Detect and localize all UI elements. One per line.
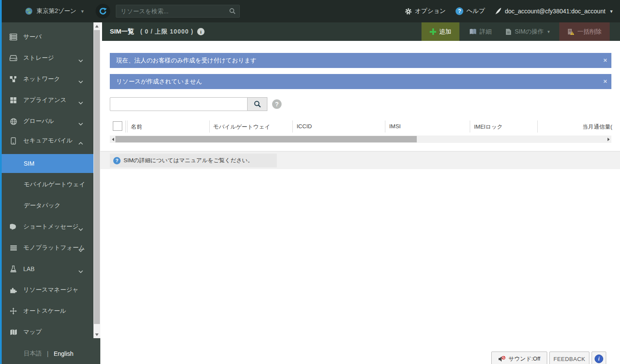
column-header-imei-lock[interactable]: IMEIロック <box>474 123 503 131</box>
account-menu[interactable]: doc_account@cfy38041:doc_account ▼ <box>495 7 614 15</box>
sidebar-item-secure-mobile[interactable]: セキュアモバイル <box>2 131 93 150</box>
bulk-delete-button[interactable]: 一括削除 <box>559 22 610 41</box>
chevron-down-icon <box>78 120 83 127</box>
chevron-down-icon <box>78 99 83 106</box>
filter-input[interactable] <box>110 97 248 111</box>
page-info-button[interactable]: i <box>592 352 606 364</box>
chevron-down-icon <box>78 225 83 232</box>
sound-toggle-button[interactable]: サウンド:Off <box>491 352 547 364</box>
table-header: 名前 モバイルゲートウェイ ICCID IMSI IMEIロック 当月通信量( <box>102 118 620 135</box>
manual-hint: ? SIMの詳細についてはマニュアルをご覧ください。 <box>110 154 277 167</box>
column-header-name[interactable]: 名前 <box>131 123 142 131</box>
main-content: SIM一覧 ( 0 / 上限 10000 ) i 追加 詳細 SIMの操作 ▼ … <box>100 22 620 364</box>
question-icon: ? <box>113 157 121 164</box>
zone-caret-icon: ▼ <box>80 9 84 14</box>
scroll-left-button[interactable] <box>110 136 116 143</box>
options-button[interactable]: オプション <box>405 7 446 15</box>
sidebar-item-autoscale[interactable]: オートスケール <box>2 302 93 321</box>
sidebar-item-short-message[interactable]: ショートメッセージ <box>2 217 93 236</box>
add-button-label: 追加 <box>439 28 451 36</box>
speech-bubble-icon <box>9 224 17 230</box>
language-en-link[interactable]: English <box>54 350 74 357</box>
horizontal-scrollbar[interactable] <box>110 136 611 143</box>
sidebar-item-storage[interactable]: ストレージ <box>2 49 93 68</box>
search-icon <box>254 100 261 108</box>
sidebar-item-resource-manager[interactable]: リソースマネージャ <box>2 281 93 299</box>
feather-icon <box>495 7 502 15</box>
feedback-label: FEEDBACK <box>553 356 585 362</box>
scrollbar-thumb[interactable] <box>115 136 417 142</box>
chevron-up-icon <box>78 139 83 146</box>
info-band: ? SIMの詳細についてはマニュアルをご覧ください。 <box>100 151 620 169</box>
puzzle-icon <box>9 287 17 293</box>
top-bar: 東京第2ゾーン ▼ オプション ? ヘルプ <box>0 0 620 22</box>
chevron-down-icon: ▼ <box>547 30 551 34</box>
sidebar-item-label: セキュアモバイル <box>23 137 73 145</box>
account-label: doc_account@cfy38041:doc_account <box>505 8 605 15</box>
feedback-button[interactable]: FEEDBACK <box>549 352 589 364</box>
sidebar-nav: サーバ ストレージ ネットワーク アプライアンス グローバル セキュアモバイル <box>0 22 100 364</box>
sidebar-item-server[interactable]: サーバ <box>2 28 93 46</box>
sim-operations-button[interactable]: SIMの操作 ▼ <box>499 22 557 41</box>
sidebar-subitem-data-pack[interactable]: データパック <box>2 196 93 215</box>
detail-button-label: 詳細 <box>480 28 492 36</box>
sidebar-subitem-mobile-gateway[interactable]: モバイルゲートウェイ <box>2 175 93 194</box>
divider <box>385 120 385 133</box>
add-button[interactable]: 追加 <box>422 22 459 41</box>
topbar-right-group: オプション ? ヘルプ doc_account@cfy38041:doc_acc… <box>399 7 614 15</box>
book-icon <box>469 28 477 35</box>
search-icon <box>229 8 236 15</box>
sidebar-item-label: ネットワーク <box>23 75 60 83</box>
sidebar-item-global[interactable]: グローバル <box>2 112 93 131</box>
resource-search-input[interactable] <box>116 5 240 18</box>
sidebar-item-network[interactable]: ネットワーク <box>2 70 93 89</box>
sidebar-item-mono-platform[interactable]: モノプラットフォーム <box>2 238 93 257</box>
divider <box>470 120 470 133</box>
detail-button[interactable]: 詳細 <box>462 22 499 41</box>
close-icon[interactable]: × <box>603 56 607 64</box>
sidebar-item-map[interactable]: マップ <box>2 323 93 342</box>
notice-corporate-only: 現在、法人のお客様のみ作成を受け付けております × <box>110 53 611 68</box>
select-all-checkbox[interactable] <box>113 121 122 131</box>
server-icon <box>9 34 17 40</box>
sidebar-subitem-sim[interactable]: SIM <box>2 154 93 173</box>
zone-selector[interactable]: 東京第2ゾーン ▼ <box>25 7 84 15</box>
refresh-icon <box>99 7 107 15</box>
refresh-button[interactable] <box>96 4 110 19</box>
filter-help-icon[interactable]: ? <box>272 99 282 109</box>
close-icon[interactable]: × <box>603 77 607 85</box>
sidebar-item-lab[interactable]: LAB <box>2 259 93 278</box>
sidebar-scrollbar[interactable] <box>93 22 100 338</box>
flask-icon <box>9 265 17 272</box>
resource-count: ( 0 / 上限 10000 ) <box>140 28 193 36</box>
column-header-monthly-traffic[interactable]: 当月通信量( <box>583 123 612 131</box>
filter-search-button[interactable] <box>248 97 267 111</box>
sidebar-item-label: リソースマネージャ <box>23 286 78 294</box>
sidebar-item-label: マップ <box>23 328 42 336</box>
sidebar-item-label: サーバ <box>23 33 42 41</box>
globe-zone-icon <box>25 7 33 15</box>
column-header-iccid[interactable]: ICCID <box>297 123 312 130</box>
divider <box>209 120 210 133</box>
scroll-down-button[interactable] <box>93 331 100 338</box>
platform-lines-icon <box>9 245 17 251</box>
language-ja-link[interactable]: 日本語 <box>24 350 42 358</box>
column-header-mobile-gateway[interactable]: モバイルゲートウェイ <box>213 123 270 131</box>
column-header-imsi[interactable]: IMSI <box>389 123 401 130</box>
divider <box>125 120 126 133</box>
help-button[interactable]: ? ヘルプ <box>456 7 485 15</box>
map-icon <box>9 329 17 335</box>
scroll-up-button[interactable] <box>93 22 100 30</box>
sidebar-subitem-label: モバイルゲートウェイ <box>24 181 85 188</box>
bulk-delete-label: 一括削除 <box>577 28 601 36</box>
account-caret-icon: ▼ <box>609 9 614 14</box>
help-label: ヘルプ <box>466 7 485 15</box>
sidebar-item-label: LAB <box>23 265 34 272</box>
info-icon[interactable]: i <box>197 28 205 35</box>
network-icon <box>9 76 17 83</box>
scrollbar-thumb[interactable] <box>94 30 100 324</box>
sidebar-subitem-label: SIM <box>24 160 34 167</box>
scroll-right-button[interactable] <box>605 136 611 143</box>
sidebar-item-appliance[interactable]: アプライアンス <box>2 91 93 110</box>
divider <box>127 120 127 133</box>
